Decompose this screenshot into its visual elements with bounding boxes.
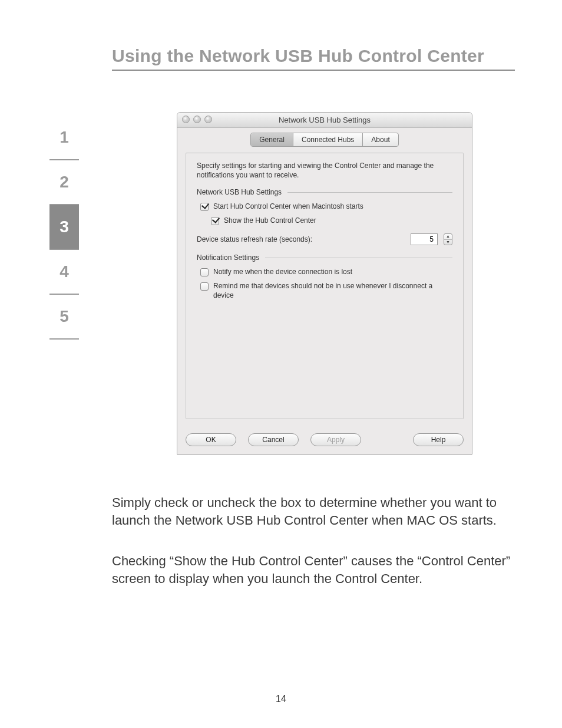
close-icon[interactable] bbox=[182, 116, 190, 123]
side-nav-item-4[interactable]: 4 bbox=[49, 250, 79, 295]
section-label: Network USB Hub Settings bbox=[197, 188, 282, 196]
zoom-icon[interactable] bbox=[204, 116, 212, 123]
side-nav-item-2[interactable]: 2 bbox=[49, 160, 79, 205]
side-nav-item-5[interactable]: 5 bbox=[49, 295, 79, 340]
page-number: 14 bbox=[0, 694, 562, 704]
titlebar: Network USB Hub Settings bbox=[177, 113, 472, 128]
window-title: Network USB Hub Settings bbox=[279, 116, 371, 124]
section-rule bbox=[287, 192, 452, 193]
paragraph-1: Simply check or uncheck the box to deter… bbox=[112, 494, 515, 529]
button-row: OK Cancel Apply Help bbox=[186, 433, 464, 446]
refresh-rate-row: Device status refresh rate (seconds): ▲ … bbox=[197, 233, 452, 245]
checkbox-label: Start Hub Control Center when Macintosh … bbox=[213, 202, 363, 212]
ok-button[interactable]: OK bbox=[186, 433, 236, 446]
settings-window: Network USB Hub Settings GeneralConnecte… bbox=[177, 112, 472, 455]
tab-connected-hubs[interactable]: Connected Hubs bbox=[293, 133, 363, 146]
cancel-button[interactable]: Cancel bbox=[248, 433, 299, 446]
checkbox-show-control-center[interactable]: Show the Hub Control Center bbox=[211, 216, 452, 226]
apply-button[interactable]: Apply bbox=[310, 433, 361, 446]
checkbox-icon[interactable] bbox=[200, 282, 209, 291]
checkbox-label: Remind me that devices should not be in … bbox=[213, 282, 452, 300]
refresh-rate-input[interactable] bbox=[411, 233, 438, 245]
section-rule bbox=[265, 258, 452, 258]
side-nav-item-3[interactable]: 3 bbox=[49, 205, 79, 250]
refresh-rate-label: Device status refresh rate (seconds): bbox=[197, 235, 312, 243]
chevron-up-icon[interactable]: ▲ bbox=[444, 234, 452, 240]
help-button[interactable]: Help bbox=[413, 433, 464, 446]
section-hub-settings: Network USB Hub Settings bbox=[197, 188, 452, 196]
checkbox-start-on-login[interactable]: Start Hub Control Center when Macintosh … bbox=[200, 202, 452, 212]
tab-general[interactable]: General bbox=[251, 133, 293, 146]
body-copy: Simply check or uncheck the box to deter… bbox=[112, 494, 515, 611]
side-nav: 12345 bbox=[49, 116, 79, 340]
tab-group: GeneralConnected HubsAbout bbox=[250, 133, 398, 147]
checkbox-icon[interactable] bbox=[200, 203, 209, 211]
checkbox-notify-connection-lost[interactable]: Notify me when the device connection is … bbox=[200, 268, 452, 277]
checkbox-icon[interactable] bbox=[200, 268, 209, 276]
section-notification-settings: Notification Settings bbox=[197, 253, 452, 262]
refresh-rate-stepper[interactable]: ▲ ▼ bbox=[444, 233, 452, 245]
side-nav-item-1[interactable]: 1 bbox=[49, 116, 79, 160]
traffic-lights bbox=[182, 116, 212, 123]
paragraph-2: Checking “Show the Hub Control Center” c… bbox=[112, 552, 515, 587]
checkbox-remind-disconnect[interactable]: Remind me that devices should not be in … bbox=[200, 282, 452, 300]
checkbox-label: Show the Hub Control Center bbox=[224, 216, 316, 226]
page-title: Using the Network USB Hub Control Center bbox=[112, 46, 515, 71]
section-label: Notification Settings bbox=[197, 253, 259, 262]
tab-bar: GeneralConnected HubsAbout bbox=[177, 128, 472, 147]
chevron-down-icon[interactable]: ▼ bbox=[444, 240, 452, 245]
pane-description: Specify settings for starting and viewin… bbox=[197, 162, 452, 180]
minimize-icon[interactable] bbox=[193, 116, 201, 123]
checkbox-label: Notify me when the device connection is … bbox=[213, 268, 352, 277]
checkbox-icon[interactable] bbox=[211, 217, 219, 225]
general-pane: Specify settings for starting and viewin… bbox=[186, 153, 464, 419]
tab-about[interactable]: About bbox=[363, 133, 398, 146]
